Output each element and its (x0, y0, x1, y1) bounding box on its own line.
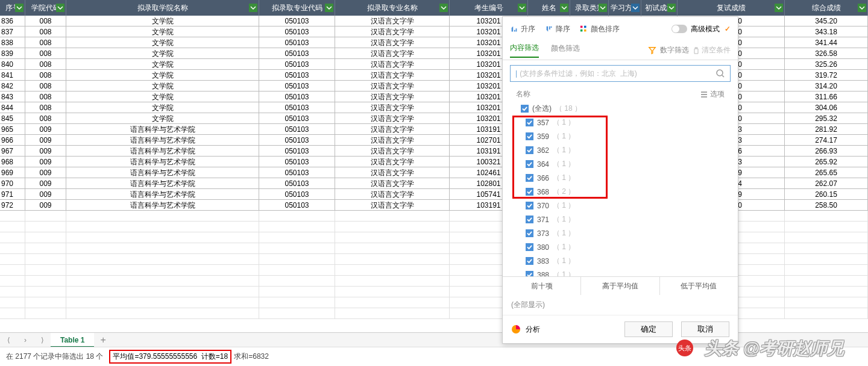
table-cell: 语言科学与艺术学院 (66, 167, 259, 178)
filter-item[interactable]: 371（ 1 ） (510, 212, 731, 226)
table-cell: 008 (25, 102, 66, 113)
sheet-tab[interactable]: Table 1 (51, 333, 94, 347)
table-cell: 050103 (259, 59, 335, 69)
filter-item[interactable]: (全选)（ 18 ） (510, 102, 731, 116)
column-header[interactable]: 序号 (0, 0, 25, 16)
filter-item[interactable]: 368（ 2 ） (510, 185, 731, 199)
column-header[interactable]: 姓名 (528, 0, 570, 16)
color-sort-button[interactable]: 颜色排序 (580, 24, 620, 34)
ok-button[interactable]: 确定 (624, 321, 673, 337)
above-avg-button[interactable]: 高于平均值 (581, 277, 659, 295)
checkbox-icon[interactable] (526, 188, 533, 196)
table-cell: 语言科学与艺术学院 (66, 200, 259, 210)
table-cell: 009 (25, 135, 66, 145)
table-cell: 汉语言文字学 (335, 124, 450, 134)
column-header[interactable]: 拟录取专业代码 (259, 0, 335, 16)
checkbox-icon[interactable] (526, 202, 533, 209)
filter-dropdown-icon[interactable] (249, 4, 257, 12)
filter-dropdown-icon[interactable] (599, 4, 607, 12)
filter-dropdown-icon[interactable] (775, 4, 783, 12)
checkbox-icon[interactable] (526, 132, 533, 140)
table-cell: 969 (0, 167, 25, 178)
top10-button[interactable]: 前十项 (503, 277, 581, 295)
filter-item[interactable]: 364（ 1 ） (510, 157, 731, 171)
table-cell: 304.06 (785, 102, 868, 113)
options-link[interactable]: 选项 (700, 89, 725, 99)
filter-item[interactable]: 366（ 1 ） (510, 171, 731, 185)
column-header[interactable]: 复试成绩 (678, 0, 785, 16)
filter-item[interactable]: 370（ 1 ） (510, 199, 731, 212)
filter-item-count: （ 2 ） (553, 187, 575, 197)
filter-search-box[interactable]: | (510, 65, 731, 82)
filter-dropdown-icon[interactable] (560, 4, 568, 12)
checkbox-icon[interactable] (526, 160, 533, 168)
checkbox-icon[interactable] (526, 243, 533, 251)
advanced-mode-toggle[interactable] (671, 25, 687, 33)
sort-asc-button[interactable]: 升序 (510, 24, 535, 34)
filter-item[interactable]: 388（ 1 ） (510, 268, 731, 276)
table-cell: 841 (0, 70, 25, 80)
filter-dropdown-icon[interactable] (518, 4, 526, 12)
nav-last-button[interactable]: ⟩ (34, 333, 51, 347)
filter-item[interactable]: 362（ 1 ） (510, 143, 731, 157)
tab-content-filter[interactable]: 内容筛选 (510, 43, 539, 58)
pie-chart-icon (511, 324, 521, 334)
checkbox-icon[interactable] (521, 105, 529, 113)
show-all-link[interactable]: (全部显示) (503, 295, 738, 315)
watermark-text: 头条 @考研赵师兄 (705, 337, 844, 360)
table-cell: 266.93 (785, 146, 868, 156)
tab-color-filter[interactable]: 颜色筛选 (551, 43, 580, 57)
table-cell: 文学院 (66, 59, 259, 69)
nav-first-button[interactable]: ⟨ (0, 333, 17, 347)
checkbox-icon[interactable] (526, 119, 533, 126)
svg-point-4 (717, 70, 723, 76)
filter-item-label: 371 (537, 216, 549, 224)
filter-item-count: （ 1 ） (553, 214, 575, 225)
filter-dropdown-icon[interactable] (15, 4, 24, 12)
clear-conditions-link[interactable]: 清空条件 (693, 45, 731, 55)
table-cell: 050103 (259, 48, 335, 58)
tab-number-filter[interactable]: 数字筛选 (660, 45, 689, 55)
checkbox-icon[interactable] (526, 146, 533, 154)
name-column-header: 名称 (516, 89, 530, 99)
filter-dropdown-icon[interactable] (56, 4, 64, 12)
column-header[interactable]: 综合成绩 (785, 0, 868, 16)
filter-item[interactable]: 380（ 1 ） (510, 240, 731, 254)
checkbox-icon[interactable] (526, 271, 533, 276)
checkbox-icon[interactable] (526, 229, 533, 237)
add-sheet-button[interactable]: + (94, 335, 112, 346)
cancel-button[interactable]: 取消 (681, 321, 729, 337)
analyze-link[interactable]: 分析 (526, 324, 540, 335)
filter-dropdown-icon[interactable] (439, 4, 448, 12)
filter-item[interactable]: 357（ 1 ） (510, 116, 731, 129)
table-cell: 009 (25, 146, 66, 156)
table-cell: 008 (25, 37, 66, 48)
filter-item[interactable]: 373（ 1 ） (510, 226, 731, 240)
table-cell: 050103 (259, 157, 335, 167)
filter-dropdown-icon[interactable] (631, 4, 640, 12)
nav-prev-button[interactable]: › (17, 333, 34, 347)
check-icon: ✓ (725, 25, 731, 33)
filter-item[interactable]: 359（ 1 ） (510, 129, 731, 143)
column-header[interactable]: 学院代码 (25, 0, 66, 16)
column-header[interactable]: 拟录取专业名称 (335, 0, 450, 16)
filter-dropdown-icon[interactable] (325, 4, 333, 12)
column-header[interactable]: 初试成绩 (641, 0, 678, 16)
column-header[interactable]: 录取类别 (570, 0, 609, 16)
table-cell: 295.32 (785, 113, 868, 123)
column-header[interactable]: 学习方式 (609, 0, 641, 16)
below-avg-button[interactable]: 低于平均值 (660, 277, 738, 295)
filter-dropdown-icon[interactable] (667, 4, 676, 12)
svg-rect-3 (584, 29, 587, 32)
filter-item[interactable]: 383（ 1 ） (510, 254, 731, 268)
filter-search-input[interactable] (520, 69, 715, 78)
table-cell: 050103 (259, 189, 335, 199)
sort-desc-button[interactable]: 降序 (545, 24, 570, 34)
column-header[interactable]: 考生编号 (450, 0, 528, 16)
column-header[interactable]: 拟录取学院名称 (66, 0, 259, 16)
checkbox-icon[interactable] (526, 216, 533, 223)
filter-dropdown-icon[interactable] (858, 4, 866, 12)
checkbox-icon[interactable] (526, 174, 533, 182)
checkbox-icon[interactable] (526, 257, 533, 265)
filter-item-count: （ 1 ） (553, 117, 575, 128)
